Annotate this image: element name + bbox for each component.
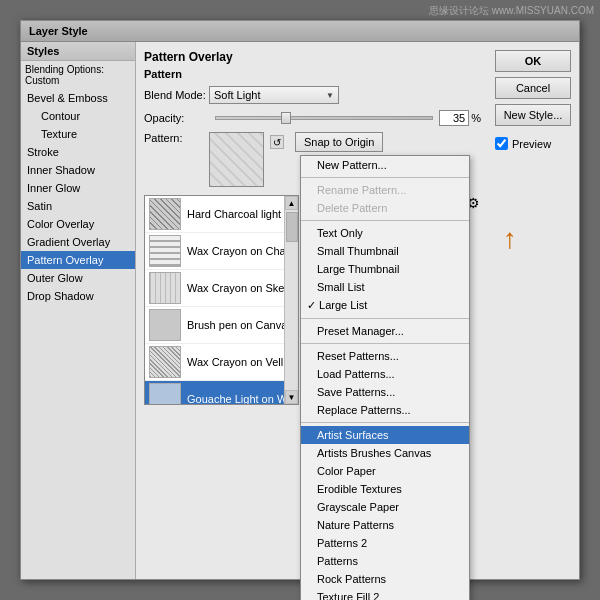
- blend-mode-row: Blend Mode: Soft Light ▼: [144, 86, 481, 104]
- menu-item-new-pattern[interactable]: New Pattern...: [301, 156, 469, 174]
- pattern-item-label-3: Brush pen on Canva:: [187, 319, 290, 331]
- menu-item-reset-patterns[interactable]: Reset Patterns...: [301, 347, 469, 365]
- scroll-down-arrow[interactable]: ▼: [285, 390, 298, 404]
- list-item[interactable]: Wax Crayon on Char: [145, 233, 298, 270]
- menu-item-rename-pattern: Rename Pattern...: [301, 181, 469, 199]
- list-item[interactable]: Hard Charcoal light: [145, 196, 298, 233]
- outer-glow-label: Outer Glow: [27, 272, 83, 284]
- opacity-thumb[interactable]: [281, 112, 291, 124]
- style-item-outer-glow[interactable]: Outer Glow: [21, 269, 135, 287]
- style-item-texture[interactable]: Texture: [21, 125, 135, 143]
- pattern-thumb-1: [149, 198, 181, 230]
- style-item-pattern-overlay[interactable]: Pattern Overlay: [21, 251, 135, 269]
- opacity-slider[interactable]: [215, 116, 433, 120]
- pattern-label: Pattern:: [144, 132, 209, 144]
- style-item-drop-shadow[interactable]: Drop Shadow: [21, 287, 135, 305]
- list-item[interactable]: Gouache Light on W:: [145, 381, 298, 404]
- style-item-gradient-overlay[interactable]: Gradient Overlay: [21, 233, 135, 251]
- styles-panel: Styles Blending Options: Custom Bevel & …: [21, 42, 136, 579]
- menu-item-small-list[interactable]: Small List: [301, 278, 469, 296]
- opacity-input[interactable]: [439, 110, 469, 126]
- style-item-color-overlay[interactable]: Color Overlay: [21, 215, 135, 233]
- drop-shadow-label: Drop Shadow: [27, 290, 94, 302]
- pattern-controls: ↺ Snap to Origin: [270, 132, 383, 152]
- blend-mode-label: Blend Mode:: [144, 89, 209, 101]
- satin-label: Satin: [27, 200, 52, 212]
- ok-button[interactable]: OK: [495, 50, 571, 72]
- texture-label: Texture: [41, 128, 77, 140]
- menu-item-patterns[interactable]: Patterns: [301, 552, 469, 570]
- menu-item-patterns-2[interactable]: Patterns 2: [301, 534, 469, 552]
- style-item-stroke[interactable]: Stroke: [21, 143, 135, 161]
- stroke-label: Stroke: [27, 146, 59, 158]
- menu-item-preset-manager[interactable]: Preset Manager...: [301, 322, 469, 340]
- menu-item-artists-brushes[interactable]: Artists Brushes Canvas: [301, 444, 469, 462]
- style-item-blending-options[interactable]: Blending Options: Custom: [21, 61, 135, 89]
- pattern-thumb-6: [149, 383, 181, 404]
- style-item-bevel-emboss[interactable]: Bevel & Emboss: [21, 89, 135, 107]
- style-item-inner-shadow[interactable]: Inner Shadow: [21, 161, 135, 179]
- menu-item-save-patterns[interactable]: Save Patterns...: [301, 383, 469, 401]
- menu-item-large-thumbnail[interactable]: Large Thumbnail: [301, 260, 469, 278]
- style-item-satin[interactable]: Satin: [21, 197, 135, 215]
- pattern-thumb-4: [149, 309, 181, 341]
- pattern-item-label-4: Wax Crayon on Vellu: [187, 356, 289, 368]
- opacity-label: Opacity:: [144, 112, 209, 124]
- menu-divider-3: [301, 318, 469, 319]
- menu-item-replace-patterns[interactable]: Replace Patterns...: [301, 401, 469, 419]
- opacity-percent: %: [471, 112, 481, 124]
- dialog-title: Layer Style: [21, 21, 579, 42]
- new-style-button[interactable]: New Style...: [495, 104, 571, 126]
- snap-to-origin-button[interactable]: Snap to Origin: [295, 132, 383, 152]
- blend-mode-value: Soft Light: [214, 89, 260, 101]
- scroll-track: [285, 244, 298, 390]
- list-item[interactable]: Wax Crayon on Sket: [145, 270, 298, 307]
- list-item[interactable]: Wax Crayon on Vellu: [145, 344, 298, 381]
- list-item[interactable]: Brush pen on Canva:: [145, 307, 298, 344]
- preview-label: Preview: [512, 138, 551, 150]
- pattern-reset-icon[interactable]: ↺: [270, 135, 284, 149]
- pattern-item-label-1: Wax Crayon on Char: [187, 245, 289, 257]
- pattern-actions: ↺ Snap to Origin: [270, 132, 383, 152]
- pattern-thumb-2: [149, 235, 181, 267]
- pattern-thumb-5: [149, 346, 181, 378]
- menu-divider-1: [301, 177, 469, 178]
- inner-shadow-label: Inner Shadow: [27, 164, 95, 176]
- pattern-list-container: Hard Charcoal light Wax Crayon on Char W…: [144, 195, 299, 405]
- menu-item-small-thumbnail[interactable]: Small Thumbnail: [301, 242, 469, 260]
- menu-item-load-patterns[interactable]: Load Patterns...: [301, 365, 469, 383]
- blend-mode-select[interactable]: Soft Light ▼: [209, 86, 339, 104]
- pattern-item-label-5: Gouache Light on W:: [187, 393, 290, 404]
- preview-checkbox-row: Preview: [495, 137, 573, 150]
- menu-item-grayscale-paper[interactable]: Grayscale Paper: [301, 498, 469, 516]
- menu-item-texture-fill-2[interactable]: Texture Fill 2: [301, 588, 469, 600]
- watermark: 思缘设计论坛 www.MISSYUAN.COM: [429, 4, 594, 18]
- style-item-inner-glow[interactable]: Inner Glow: [21, 179, 135, 197]
- right-panel: OK Cancel New Style... Preview: [489, 42, 579, 579]
- pattern-preview[interactable]: [209, 132, 264, 187]
- menu-item-large-list[interactable]: Large List: [301, 296, 469, 315]
- bevel-emboss-label: Bevel & Emboss: [27, 92, 108, 104]
- menu-item-color-paper[interactable]: Color Paper: [301, 462, 469, 480]
- scroll-thumb[interactable]: [286, 212, 298, 242]
- inner-glow-label: Inner Glow: [27, 182, 80, 194]
- scroll-bar[interactable]: ▲ ▼: [284, 196, 298, 404]
- contour-label: Contour: [41, 110, 80, 122]
- style-item-contour[interactable]: Contour: [21, 107, 135, 125]
- blending-options-label: Blending Options: Custom: [25, 64, 104, 86]
- menu-item-erodible-textures[interactable]: Erodible Textures: [301, 480, 469, 498]
- preview-checkbox[interactable]: [495, 137, 508, 150]
- menu-item-delete-pattern: Delete Pattern: [301, 199, 469, 217]
- pattern-item-label-0: Hard Charcoal light: [187, 208, 281, 220]
- gradient-overlay-label: Gradient Overlay: [27, 236, 110, 248]
- scroll-up-arrow[interactable]: ▲: [285, 196, 298, 210]
- menu-item-rock-patterns[interactable]: Rock Patterns: [301, 570, 469, 588]
- menu-item-text-only[interactable]: Text Only: [301, 224, 469, 242]
- pattern-list[interactable]: Hard Charcoal light Wax Crayon on Char W…: [145, 196, 298, 404]
- pattern-item-label-2: Wax Crayon on Sket: [187, 282, 287, 294]
- menu-item-nature-patterns[interactable]: Nature Patterns: [301, 516, 469, 534]
- menu-divider-4: [301, 343, 469, 344]
- menu-item-artist-surfaces[interactable]: Artist Surfaces: [301, 426, 469, 444]
- color-overlay-label: Color Overlay: [27, 218, 94, 230]
- cancel-button[interactable]: Cancel: [495, 77, 571, 99]
